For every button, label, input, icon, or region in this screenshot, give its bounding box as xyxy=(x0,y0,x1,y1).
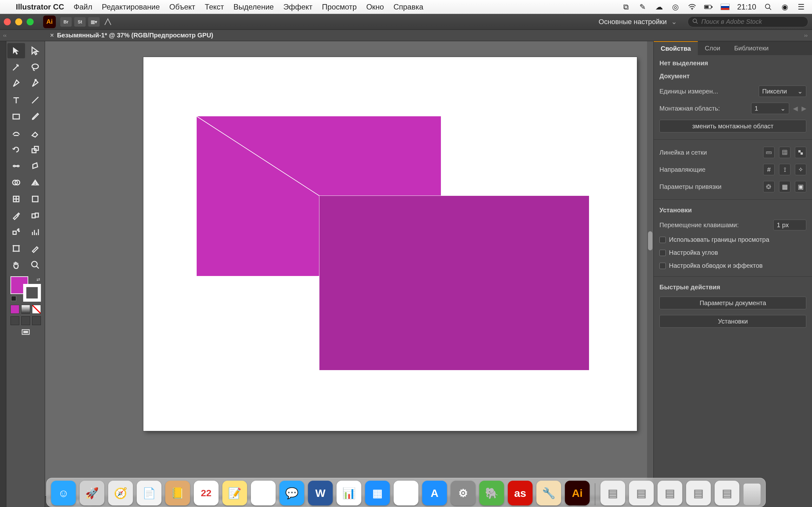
lock-guides-icon[interactable]: ⟟ xyxy=(779,164,791,175)
gradient-tool[interactable] xyxy=(26,191,44,207)
dock-app-contacts[interactable]: 📒 xyxy=(165,481,190,505)
color-mode-none[interactable] xyxy=(32,305,41,314)
dock-app-utility[interactable]: 🔧 xyxy=(537,481,561,505)
zoom-tool[interactable] xyxy=(26,257,44,273)
width-tool[interactable] xyxy=(7,158,25,174)
dock-app-calendar[interactable]: 22 xyxy=(194,481,218,505)
checkbox[interactable] xyxy=(659,237,666,243)
hand-tool[interactable] xyxy=(7,257,25,273)
color-mode-solid[interactable] xyxy=(10,305,19,314)
smart-guides-icon[interactable]: ✧ xyxy=(795,164,806,175)
dock-app-launchpad[interactable]: 🚀 xyxy=(80,481,104,505)
pref-use-preview-bounds[interactable]: Использовать границы просмотра xyxy=(659,236,806,243)
dock-app-lastfm[interactable]: as xyxy=(508,481,532,505)
gpu-preview-icon[interactable] xyxy=(102,17,113,26)
menu-object[interactable]: Объект xyxy=(169,3,195,11)
menubar-app-name[interactable]: Illustrator CC xyxy=(16,3,64,11)
shape-builder-tool[interactable] xyxy=(7,175,25,190)
window-zoom-button[interactable] xyxy=(27,18,34,25)
rectangle-shape-2[interactable] xyxy=(319,196,589,370)
spotlight-icon[interactable] xyxy=(764,3,773,10)
next-artboard-icon[interactable]: ▶ xyxy=(802,105,806,112)
lasso-tool[interactable] xyxy=(26,60,44,75)
battery-icon[interactable] xyxy=(704,3,713,10)
ruler-icon[interactable] xyxy=(763,147,774,158)
shaper-tool[interactable] xyxy=(7,125,25,141)
dock-app-illustrator[interactable]: Ai xyxy=(565,481,590,505)
dock-app-finder[interactable]: ☺ xyxy=(51,481,76,505)
symbol-sprayer-tool[interactable] xyxy=(7,224,25,239)
evernote-icon[interactable]: ✎ xyxy=(638,3,647,10)
dock-app-settings[interactable]: ⚙ xyxy=(451,481,475,505)
vertical-scrollbar[interactable] xyxy=(647,41,653,496)
magic-wand-tool[interactable] xyxy=(7,60,25,75)
dock-stack-1[interactable]: ▤ xyxy=(629,481,654,505)
checkbox[interactable] xyxy=(659,250,666,256)
dock-app-word[interactable]: W xyxy=(308,481,333,505)
left-dock-strip[interactable] xyxy=(0,41,6,507)
window-minimize-button[interactable] xyxy=(15,18,22,25)
rectangle-tool[interactable] xyxy=(7,109,25,124)
dropbox-icon[interactable]: ⧉ xyxy=(622,3,630,10)
window-close-button[interactable] xyxy=(4,18,11,25)
stroke-swatch[interactable] xyxy=(23,284,41,302)
free-transform-tool[interactable] xyxy=(26,158,44,174)
transparency-grid-icon[interactable] xyxy=(795,147,806,158)
dock-stack-3[interactable]: ▤ xyxy=(686,481,711,505)
input-language-flag[interactable] xyxy=(721,4,729,10)
draw-inside[interactable] xyxy=(32,316,41,325)
adobe-stock-search[interactable] xyxy=(688,16,808,27)
dock-stack-4[interactable]: ▤ xyxy=(715,481,740,505)
screen-mode-button[interactable] xyxy=(21,328,31,338)
grid-icon[interactable] xyxy=(779,147,791,158)
rotate-tool[interactable] xyxy=(7,142,25,157)
scale-tool[interactable] xyxy=(26,142,44,157)
scrollbar-thumb[interactable] xyxy=(648,231,653,250)
panel-collapse-left-icon[interactable]: ‹‹ xyxy=(0,30,45,41)
snap-point-icon[interactable]: ⯐ xyxy=(763,181,774,192)
paintbrush-tool[interactable] xyxy=(26,109,44,124)
artboard-dropdown[interactable]: 1 ⌄ xyxy=(751,103,789,114)
curvature-tool[interactable] xyxy=(26,76,44,91)
edit-artboards-button[interactable]: зменить монтажные област xyxy=(659,120,806,132)
blend-tool[interactable] xyxy=(26,208,44,223)
tab-properties[interactable]: Свойства xyxy=(654,41,698,55)
document-tab[interactable]: × Безымянный-1* @ 37% (RGB/Предпросмотр … xyxy=(45,32,218,39)
draw-normal[interactable] xyxy=(10,316,19,325)
pen-tool[interactable] xyxy=(7,76,25,91)
dock-app-textedit[interactable]: 📄 xyxy=(137,481,161,505)
dock-app-evernote[interactable]: 🐘 xyxy=(479,481,504,505)
notification-center-icon[interactable]: ☰ xyxy=(797,3,806,10)
checkbox[interactable] xyxy=(659,263,666,269)
dock-app-photos[interactable]: ✿ xyxy=(251,481,275,505)
menu-edit[interactable]: Редактирование xyxy=(102,3,160,11)
siri-icon[interactable]: ◉ xyxy=(780,3,789,10)
snap-grid-icon[interactable]: ▦ xyxy=(779,181,791,192)
pref-stroke-effect-scaling[interactable]: Настройка обводок и эффектов xyxy=(659,262,806,269)
snap-pixel-icon[interactable]: ▣ xyxy=(795,181,806,192)
dock-app-safari[interactable]: 🧭 xyxy=(108,481,133,505)
trash-icon[interactable] xyxy=(743,483,761,505)
fill-stroke-swatch[interactable]: ⇄ xyxy=(10,276,41,302)
wifi-icon[interactable] xyxy=(688,3,697,10)
dock-app-keynote[interactable]: ▦ xyxy=(365,481,390,505)
type-tool[interactable] xyxy=(7,93,25,108)
menu-help[interactable]: Справка xyxy=(393,3,423,11)
dock-app-notes[interactable]: 📝 xyxy=(222,481,247,505)
menubar-clock[interactable]: 21:10 xyxy=(737,3,756,11)
line-tool[interactable] xyxy=(26,93,44,108)
prev-artboard-icon[interactable]: ◀ xyxy=(793,105,798,112)
stock-button[interactable]: St xyxy=(74,17,86,26)
mesh-tool[interactable] xyxy=(7,191,25,207)
eyedropper-tool[interactable] xyxy=(7,208,25,223)
menu-file[interactable]: Файл xyxy=(73,3,92,11)
dock-app-appstore[interactable]: A xyxy=(422,481,447,505)
pref-corner-scaling[interactable]: Настройка углов xyxy=(659,249,806,257)
eraser-tool[interactable] xyxy=(26,125,44,141)
perspective-grid-tool[interactable] xyxy=(26,175,44,190)
artboard[interactable] xyxy=(143,57,637,431)
default-fill-stroke-icon[interactable] xyxy=(11,296,16,301)
dock-app-itunes[interactable]: ♫ xyxy=(394,481,418,505)
column-graph-tool[interactable] xyxy=(26,224,44,239)
menu-window[interactable]: Окно xyxy=(366,3,384,11)
